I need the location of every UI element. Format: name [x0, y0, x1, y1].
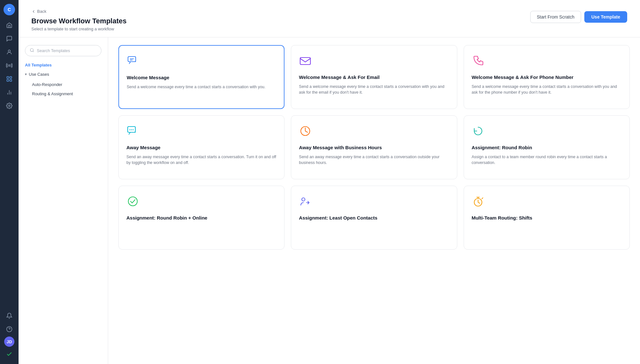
svg-point-8 — [30, 49, 33, 51]
template-card-welcome-phone[interactable]: Welcome Message & Ask For Phone Number S… — [464, 45, 630, 109]
avatar: C — [4, 4, 15, 15]
nav-section-use-cases[interactable]: ▾ Use Cases — [25, 72, 101, 77]
header-actions: Start From Scratch Use Template — [530, 11, 627, 23]
nav-item-auto-responder[interactable]: Auto-Responder — [25, 80, 101, 89]
template-icon — [472, 54, 622, 68]
notification-icon[interactable] — [3, 310, 15, 322]
template-icon — [299, 54, 449, 68]
left-panel: All Templates ▾ Use Cases Auto-Responder… — [19, 37, 108, 364]
templates-grid: Welcome Message Send a welcome message e… — [118, 45, 630, 250]
template-desc: Assign a contact to a team member round … — [472, 154, 622, 166]
template-icon — [299, 195, 449, 209]
page-title: Browse Workflow Templates — [31, 17, 126, 25]
template-title: Assignment: Round Robin + Online — [126, 215, 276, 221]
template-title: Assignment: Least Open Contacts — [299, 215, 449, 221]
broadcast-icon[interactable] — [3, 59, 15, 72]
search-icon — [30, 48, 34, 53]
template-desc: Send a welcome message every time a cont… — [127, 84, 276, 90]
use-template-button[interactable]: Use Template — [584, 11, 627, 23]
template-card-multi-team[interactable]: Multi-Team Routing: Shifts — [464, 186, 630, 250]
header: Back Browse Workflow Templates Select a … — [19, 0, 640, 37]
svg-rect-4 — [7, 80, 9, 81]
header-left: Back Browse Workflow Templates Select a … — [31, 9, 126, 31]
page-subtitle: Select a template to start creating a wo… — [31, 27, 126, 31]
svg-line-24 — [482, 198, 483, 199]
nav-item-routing-assignment[interactable]: Routing & Assignment — [25, 89, 101, 98]
template-title: Welcome Message — [127, 74, 276, 81]
svg-line-9 — [33, 51, 34, 52]
svg-rect-2 — [7, 77, 9, 79]
template-card-round-robin[interactable]: Assignment: Round Robin Assign a contact… — [464, 115, 630, 179]
main-content: Back Browse Workflow Templates Select a … — [19, 0, 640, 364]
user-avatar[interactable]: JD — [4, 337, 14, 347]
template-title: Away Message with Business Hours — [299, 144, 449, 151]
template-title: Multi-Team Routing: Shifts — [472, 215, 622, 221]
svg-rect-13 — [300, 58, 310, 65]
workflow-icon[interactable] — [3, 73, 15, 85]
template-card-away-message[interactable]: Away Message Send an away message every … — [118, 115, 284, 179]
start-from-scratch-button[interactable]: Start From Scratch — [530, 11, 581, 23]
svg-point-20 — [302, 198, 305, 201]
svg-point-17 — [133, 129, 134, 130]
template-icon — [299, 125, 449, 139]
svg-point-16 — [131, 129, 132, 130]
chevron-down-icon: ▾ — [25, 72, 27, 76]
svg-point-6 — [9, 105, 10, 107]
back-label: Back — [37, 9, 46, 14]
template-title: Welcome Message & Ask For Phone Number — [472, 74, 622, 81]
contacts-icon[interactable] — [3, 46, 15, 58]
svg-rect-5 — [10, 80, 12, 81]
template-desc: Send an away message every time a contac… — [126, 154, 276, 166]
back-link[interactable]: Back — [31, 9, 126, 14]
template-card-least-open[interactable]: Assignment: Least Open Contacts — [291, 186, 457, 250]
template-desc: Send an away message every time a contac… — [299, 154, 449, 166]
svg-point-1 — [9, 65, 10, 66]
template-icon — [472, 195, 622, 209]
template-icon — [127, 55, 276, 69]
home-icon[interactable] — [3, 19, 15, 31]
template-icon — [126, 125, 276, 139]
body: All Templates ▾ Use Cases Auto-Responder… — [19, 37, 640, 364]
svg-point-7 — [7, 327, 12, 332]
nav-section-label: Use Cases — [29, 72, 49, 77]
template-card-welcome-message[interactable]: Welcome Message Send a welcome message e… — [118, 45, 284, 109]
svg-point-15 — [130, 129, 131, 130]
settings-icon[interactable] — [3, 100, 15, 112]
search-box — [25, 45, 101, 56]
help-icon[interactable] — [3, 323, 15, 335]
template-desc: Send a welcome message every time a cont… — [472, 84, 622, 96]
template-card-round-robin-online[interactable]: Assignment: Round Robin + Online — [118, 186, 284, 250]
templates-area: Welcome Message Send a welcome message e… — [108, 37, 640, 364]
template-card-away-business-hours[interactable]: Away Message with Business Hours Send an… — [291, 115, 457, 179]
search-input[interactable] — [37, 48, 97, 53]
template-title: Assignment: Round Robin — [472, 144, 622, 151]
reports-icon[interactable] — [3, 86, 15, 98]
template-icon — [126, 195, 276, 209]
nav-all-templates[interactable]: All Templates — [25, 63, 101, 67]
template-icon — [472, 125, 622, 139]
sidebar: C JD — [0, 0, 19, 364]
chat-icon[interactable] — [3, 33, 15, 45]
template-desc: Send a welcome message every time a cont… — [299, 84, 449, 96]
svg-rect-3 — [10, 77, 12, 79]
template-card-welcome-email[interactable]: Welcome Message & Ask For Email Send a w… — [291, 45, 457, 109]
svg-point-0 — [8, 50, 11, 52]
template-title: Welcome Message & Ask For Email — [299, 74, 449, 81]
svg-point-19 — [128, 197, 137, 206]
checkmark-icon[interactable] — [3, 348, 15, 360]
template-title: Away Message — [126, 144, 276, 151]
